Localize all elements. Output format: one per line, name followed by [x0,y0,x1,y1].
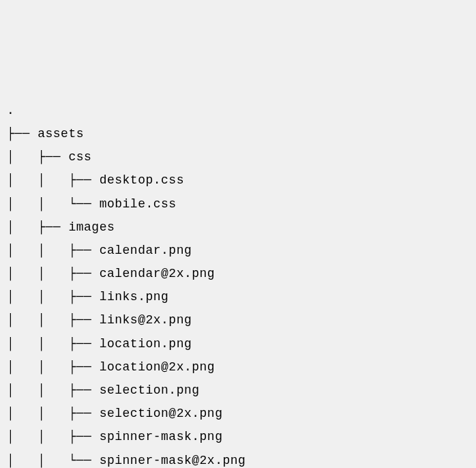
tree-prefix: │ │ ├── [7,267,100,280]
tree-prefix: │ │ ├── [7,173,100,187]
tree-prefix: │ │ └── [7,197,100,211]
tree-prefix: │ │ ├── [7,383,100,397]
tree-prefix: │ ├── [7,150,68,164]
tree-node-name: links.png [100,290,169,304]
tree-line: │ │ ├── spinner-mask.png [7,425,469,448]
tree-line: │ │ ├── selection@2x.png [7,402,469,425]
tree-node-name: calendar.png [100,244,192,257]
tree-node-name: assets [38,127,84,141]
tree-node-name: selection@2x.png [100,407,223,420]
tree-line: │ │ ├── links@2x.png [7,308,469,332]
tree-line: │ │ ├── desktop.css [7,169,469,192]
tree-line: │ │ ├── calendar@2x.png [7,262,469,285]
tree-prefix: │ │ ├── [7,337,100,351]
tree-node-name: location@2x.png [100,360,215,374]
tree-node-name: selection.png [100,383,200,397]
tree-prefix: │ │ ├── [7,313,100,327]
tree-prefix: │ │ ├── [7,360,100,374]
tree-prefix: . [7,104,14,117]
tree-node-name: mobile.css [100,197,177,211]
tree-node-name: calendar@2x.png [100,267,215,280]
tree-prefix: │ ├── [7,220,68,234]
tree-line: . [7,99,469,122]
tree-line: ├── assets [7,122,469,145]
tree-prefix: ├── [7,127,38,141]
tree-node-name: spinner-mask@2x.png [100,454,246,467]
tree-line: │ │ ├── selection.png [7,379,469,402]
tree-line: │ ├── css [7,145,469,169]
tree-prefix: │ │ ├── [7,430,100,443]
tree-line: │ │ ├── calendar.png [7,239,469,262]
tree-node-name: spinner-mask.png [100,430,223,443]
tree-output: .├── assets│ ├── css│ │ ├── desktop.css│… [7,99,469,468]
tree-prefix: │ │ └── [7,454,100,467]
tree-prefix: │ │ ├── [7,290,100,304]
tree-prefix: │ │ ├── [7,407,100,420]
tree-node-name: desktop.css [100,173,184,187]
tree-node-name: links@2x.png [100,313,192,327]
tree-line: │ │ ├── location@2x.png [7,355,469,379]
tree-line: │ │ └── mobile.css [7,192,469,216]
tree-node-name: css [68,150,91,164]
tree-prefix: │ │ ├── [7,244,100,257]
tree-line: │ │ ├── links.png [7,285,469,308]
tree-line: │ ├── images [7,216,469,239]
tree-node-name: location.png [100,337,192,351]
tree-line: │ │ └── spinner-mask@2x.png [7,449,469,468]
tree-line: │ │ ├── location.png [7,332,469,355]
tree-node-name: images [68,220,115,234]
